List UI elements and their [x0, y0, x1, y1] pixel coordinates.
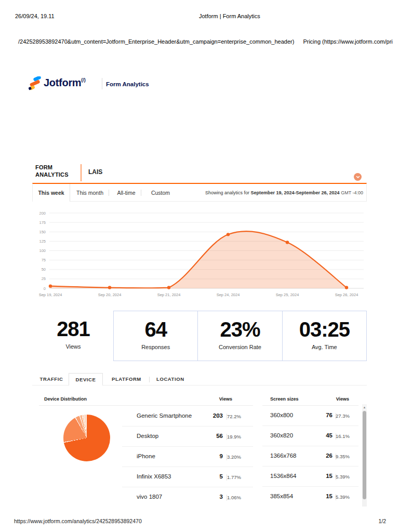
footer-url: https://www.jotform.com/analytics/242528… [14, 518, 142, 524]
conversion-label: Conversion Rate [198, 344, 282, 350]
print-datetime: 26/09/24, 19.11 [15, 13, 55, 19]
svg-text:0: 0 [44, 286, 46, 291]
svg-text:100: 100 [39, 248, 46, 253]
device-count: 5 [197, 473, 223, 480]
screen-size-row: 360x800 76 27.3% [262, 406, 358, 426]
chevron-down-icon [356, 175, 360, 179]
screen-pct: 27.3% [336, 413, 358, 419]
showing-timezone: GMT -4:00 [340, 190, 363, 195]
scrollbar-thumb[interactable] [363, 411, 366, 499]
svg-text:Sep 24, 2024: Sep 24, 2024 [217, 292, 240, 297]
avg-time-value: 03:25 [283, 318, 366, 341]
tab-this-month[interactable]: This month [74, 184, 105, 202]
form-dropdown-button[interactable] [354, 173, 362, 181]
views-area-chart: 0255075100125150175200Sep 19, 2024Sep 20… [32, 206, 367, 299]
device-count: 203 [197, 413, 223, 419]
showing-date-range: September 19, 2024-September 26, 2024 [251, 190, 340, 195]
screen-pct: 5.39% [336, 474, 358, 480]
utm-url-text: /242528953892470&utm_content=Jotform_Ent… [18, 38, 294, 45]
device-pct: 19.9% [227, 434, 250, 440]
views-value: 281 [36, 317, 110, 341]
svg-text:50: 50 [42, 267, 46, 272]
svg-text:Sep 19, 2024: Sep 19, 2024 [39, 292, 62, 297]
tab-this-week[interactable]: This week [33, 184, 70, 202]
stats-box: 64 Responses 23% Conversion Rate 03:25 A… [113, 311, 367, 361]
page-indicator: 1/2 [378, 518, 386, 524]
tab-separator [109, 190, 109, 196]
stat-conversion-rate: 23% Conversion Rate [197, 311, 282, 361]
tab-all-time[interactable]: All-time [112, 184, 141, 202]
screen-panel-title: Screen sizes [270, 396, 299, 402]
tab-custom[interactable]: Custom [145, 184, 176, 202]
device-pct: 1.77% [227, 474, 250, 480]
screen-size-row: 360x820 45 16.1% [262, 426, 358, 446]
tab-separator [149, 377, 150, 382]
screen-pct: 9.35% [336, 454, 358, 459]
device-count: 56 [197, 433, 223, 439]
svg-text:150: 150 [39, 230, 46, 234]
screen-count: 15 [307, 493, 332, 499]
tab-location[interactable]: LOCATION [156, 373, 180, 385]
tab-device[interactable]: DEVICE [69, 373, 103, 385]
pricing-link-text: Pricing (https://www.jotform.com/pri [303, 38, 392, 45]
header-url-row: /242528953892470&utm_content=Jotform_Ent… [18, 38, 399, 45]
responses-value: 64 [114, 318, 197, 341]
stat-avg-time: 03:25 Avg. Time [282, 311, 366, 361]
device-panel-title: Device Distribution [44, 396, 87, 402]
form-analytics-label-line2: ANALYTICS [35, 171, 69, 178]
screen-count: 15 [307, 473, 332, 479]
device-row: Generic Smartphone 203 72.2% [122, 406, 253, 427]
device-row: iPhone 9 3.20% [122, 447, 253, 467]
jotform-wordmark: Jotform(/) [44, 77, 86, 89]
device-name: Infinix X6853 [137, 473, 171, 480]
svg-text:125: 125 [39, 239, 46, 244]
detail-tabbar: TRAFFIC DEVICE PLATFORM LOCATION [32, 373, 367, 385]
logo-divider [102, 78, 102, 89]
screen-size-row: 1366x768 26 9.35% [262, 446, 358, 467]
device-pct: 3.20% [227, 454, 250, 460]
device-panel-header: Device Distribution Views [39, 395, 253, 406]
date-range-tabbar: This week This month All-time Custom Sho… [32, 183, 367, 202]
device-views-header: Views [219, 396, 232, 402]
conversion-value: 23% [198, 318, 282, 341]
device-distribution-pie-chart [63, 415, 110, 461]
svg-text:75: 75 [42, 258, 46, 262]
device-count: 3 [197, 494, 223, 500]
stat-views: 281 Views [36, 311, 110, 361]
jotform-logo-icon [29, 76, 42, 92]
screen-views-header: Views [336, 396, 349, 402]
screen-count: 76 [307, 412, 332, 418]
svg-text:Sep 25, 2024: Sep 25, 2024 [276, 292, 299, 297]
device-count: 9 [197, 453, 223, 459]
device-row: Desktop 56 19.9% [122, 427, 253, 447]
screen-pct: 5.39% [336, 494, 358, 500]
device-name: Desktop [137, 433, 158, 439]
form-analytics-label-line1: FORM [35, 164, 69, 171]
form-name-dropdown[interactable]: LAIS [88, 168, 102, 176]
svg-text:Sep 26, 2024: Sep 26, 2024 [335, 292, 358, 297]
svg-text:25: 25 [42, 276, 46, 281]
screen-size: 360x800 [270, 412, 293, 418]
tab-platform[interactable]: PLATFORM [112, 373, 141, 385]
screen-size-row: 385x854 15 5.39% [262, 487, 358, 507]
screen-size-row: 1536x864 15 5.39% [262, 467, 358, 487]
svg-text:200: 200 [39, 211, 46, 216]
tab-separator [141, 190, 141, 196]
device-pct: 1.06% [227, 495, 250, 500]
product-name: Form Analytics [106, 81, 149, 87]
screen-size: 385x854 [270, 493, 293, 499]
screen-panel-header: Screen sizes Views [262, 395, 358, 406]
device-name: Generic Smartphone [137, 413, 192, 419]
tab-traffic[interactable]: TRAFFIC [38, 373, 65, 385]
screen-count: 45 [307, 432, 332, 438]
screen-panel-scrollbar[interactable]: ▲ [362, 404, 367, 507]
device-row: vivo 1807 3 1.06% [122, 487, 253, 508]
device-name: iPhone [137, 453, 155, 459]
form-analytics-label: FORM ANALYTICS [35, 164, 69, 178]
scrollbar-up-arrow-icon[interactable]: ▲ [362, 404, 367, 410]
screen-size: 360x820 [270, 432, 293, 438]
screen-count: 26 [307, 453, 332, 459]
svg-text:175: 175 [39, 220, 46, 225]
device-name: vivo 1807 [137, 494, 162, 500]
screen-pct: 16.1% [336, 433, 358, 439]
